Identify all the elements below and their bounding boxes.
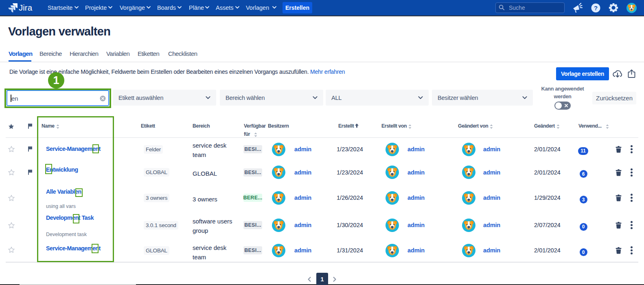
svg-text:?: ? bbox=[594, 4, 598, 11]
